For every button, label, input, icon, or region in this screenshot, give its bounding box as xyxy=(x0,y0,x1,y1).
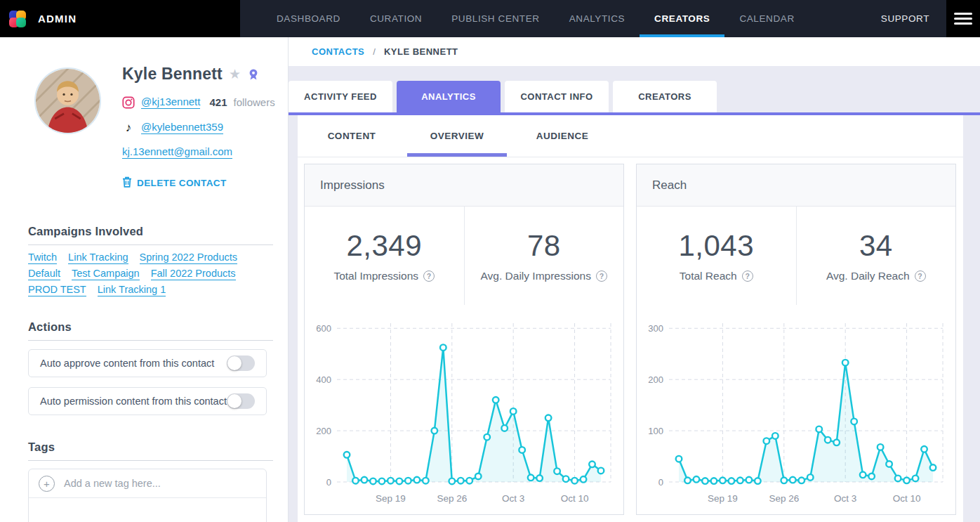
breadcrumb-separator: / xyxy=(373,46,376,57)
campaign-links: TwitchLink TrackingSpring 2022 ProductsD… xyxy=(28,252,274,296)
page-body: Kyle Bennett ★ xyxy=(0,37,980,522)
actions-heading: Actions xyxy=(28,320,273,334)
subtab-overview[interactable]: OVERVIEW xyxy=(407,115,507,157)
card-title: Reach xyxy=(637,164,955,207)
campaigns-heading: Campaigns Involved xyxy=(28,225,273,238)
svg-text:Sep 26: Sep 26 xyxy=(769,493,799,504)
tab-activity-feed[interactable]: ACTIVITY FEED xyxy=(289,81,392,112)
brand-name: ADMIN xyxy=(38,13,77,25)
campaign-link-link-tracking-1[interactable]: Link Tracking 1 xyxy=(98,284,166,296)
star-icon[interactable]: ★ xyxy=(229,67,241,81)
hamburger-menu-button[interactable] xyxy=(946,0,980,37)
nav-item-label: ANALYTICS xyxy=(569,13,625,24)
tab-analytics[interactable]: ANALYTICS xyxy=(397,81,501,112)
campaign-link-fall-2022-products[interactable]: Fall 2022 Products xyxy=(151,268,236,280)
stat-label-text: Avg. Daily Reach xyxy=(826,270,910,282)
subtab-label: OVERVIEW xyxy=(430,131,484,141)
nav-item-curation[interactable]: CURATION xyxy=(355,0,437,37)
breadcrumb-contacts-link[interactable]: CONTACTS xyxy=(312,46,364,57)
email-row: kj.13ennett@gmail.com xyxy=(122,145,275,158)
campaign-link-twitch[interactable]: Twitch xyxy=(28,252,57,264)
contact-tabs: ACTIVITY FEEDANALYTICSCONTACT INFOCREATO… xyxy=(289,81,980,112)
contact-name: Kyle Bennett xyxy=(122,65,223,84)
stat-label: Total Impressions? xyxy=(333,270,435,282)
tab-creators[interactable]: CREATORS xyxy=(613,81,717,112)
tags-heading: Tags xyxy=(28,441,273,454)
stat-value: 2,349 xyxy=(346,229,422,263)
stat-label-text: Total Impressions xyxy=(333,270,418,282)
nav-menu: DASHBOARDCURATIONPUBLISH CENTERANALYTICS… xyxy=(240,0,881,37)
add-tag-placeholder: Add a new tag here... xyxy=(64,478,161,489)
nav-item-support[interactable]: SUPPORT xyxy=(881,0,929,37)
instagram-handle-link[interactable]: @kj13ennett xyxy=(141,96,200,109)
nav-item-calendar[interactable]: CALENDAR xyxy=(724,0,809,37)
reach-card: Reach1,043Total Reach?34Avg. Daily Reach… xyxy=(636,164,956,515)
nav-item-analytics[interactable]: ANALYTICS xyxy=(555,0,640,37)
toggle-knob xyxy=(227,356,241,370)
svg-text:Sep 26: Sep 26 xyxy=(437,493,467,504)
campaign-link-link-tracking[interactable]: Link Tracking xyxy=(68,252,128,264)
tiktok-icon: ♪ xyxy=(122,122,135,133)
svg-text:600: 600 xyxy=(316,323,331,334)
reach-chart: 0100200300Sep 19Sep 26Oct 3Oct 10 xyxy=(637,305,955,514)
stat-value: 34 xyxy=(859,229,893,263)
tab-contact-info[interactable]: CONTACT INFO xyxy=(505,81,609,112)
email-link[interactable]: kj.13ennett@gmail.com xyxy=(122,145,232,159)
subtab-label: AUDIENCE xyxy=(536,131,589,141)
profile-info: Kyle Bennett ★ xyxy=(122,67,275,190)
metric-cards: Impressions2,349Total Impressions?78Avg.… xyxy=(298,157,963,515)
campaign-link-default[interactable]: Default xyxy=(28,268,60,280)
instagram-row: @kj13ennett 421 followers xyxy=(122,96,275,109)
nav-item-dashboard[interactable]: DASHBOARD xyxy=(262,0,355,37)
svg-text:Sep 19: Sep 19 xyxy=(376,493,406,504)
brand[interactable]: ADMIN xyxy=(0,0,240,37)
medal-icon xyxy=(247,68,260,81)
impressions-chart: 0200400600Sep 19Sep 26Oct 3Oct 10 xyxy=(305,305,623,514)
campaigns-section: Campaigns Involved TwitchLink TrackingSp… xyxy=(28,225,273,296)
svg-text:Sep 19: Sep 19 xyxy=(708,493,738,504)
nav-item-label: CREATORS xyxy=(654,13,710,24)
stat-value: 78 xyxy=(527,229,561,263)
tiktok-handle-link[interactable]: @kylebennett359 xyxy=(141,121,223,134)
subtab-content[interactable]: CONTENT xyxy=(302,115,402,157)
help-icon[interactable]: ? xyxy=(596,270,607,282)
help-icon[interactable]: ? xyxy=(423,270,435,282)
svg-text:0: 0 xyxy=(326,477,331,488)
campaign-link-prod-test[interactable]: PROD TEST xyxy=(28,284,86,296)
svg-text:Oct 3: Oct 3 xyxy=(502,493,524,504)
active-subtab-underline xyxy=(407,153,507,157)
svg-text:Oct 10: Oct 10 xyxy=(893,493,921,504)
hamburger-icon xyxy=(954,13,972,15)
profile-section: Kyle Bennett ★ xyxy=(0,67,288,190)
nav-item-publish-center[interactable]: PUBLISH CENTER xyxy=(437,0,554,37)
main-content: CONTACTS / KYLE BENNETT ACTIVITY FEEDANA… xyxy=(289,37,980,522)
campaign-link-spring-2022-products[interactable]: Spring 2022 Products xyxy=(140,252,237,264)
add-icon[interactable]: + xyxy=(39,476,55,492)
tiktok-row: ♪ @kylebennett359 xyxy=(122,121,275,134)
campaign-link-test-campaign[interactable]: Test Campaign xyxy=(72,268,140,280)
svg-text:100: 100 xyxy=(648,426,663,436)
nav-item-creators[interactable]: CREATORS xyxy=(640,0,724,37)
tags-empty-area xyxy=(29,498,266,522)
card-stats: 1,043Total Reach?34Avg. Daily Reach? xyxy=(637,207,955,305)
toggle-switch[interactable] xyxy=(227,355,255,371)
action-rows: Auto approve content from this contactAu… xyxy=(28,349,273,415)
stat-avg-daily-impressions: 78Avg. Daily Impressions? xyxy=(465,207,624,305)
help-icon[interactable]: ? xyxy=(742,270,753,282)
stat-label: Avg. Daily Reach? xyxy=(826,270,926,282)
subtab-audience[interactable]: AUDIENCE xyxy=(512,115,612,157)
tags-section: Tags + Add a new tag here... xyxy=(28,441,273,522)
help-icon[interactable]: ? xyxy=(915,270,926,282)
avatar-photo xyxy=(36,69,100,133)
toggle-switch[interactable] xyxy=(227,393,255,409)
action-row-auto-approve: Auto approve content from this contact xyxy=(28,349,267,377)
nav-item-label: DASHBOARD xyxy=(277,13,340,24)
action-row-auto-permission: Auto permission content from this contac… xyxy=(28,387,267,415)
add-tag-input[interactable]: + Add a new tag here... xyxy=(29,469,266,498)
stat-total-reach: 1,043Total Reach? xyxy=(637,207,797,305)
svg-text:0: 0 xyxy=(658,477,663,488)
card-stats: 2,349Total Impressions?78Avg. Daily Impr… xyxy=(305,207,623,305)
stat-label: Avg. Daily Impressions? xyxy=(481,270,607,282)
delete-contact-button[interactable]: DELETE CONTACT xyxy=(122,176,275,190)
avatar xyxy=(34,67,101,134)
